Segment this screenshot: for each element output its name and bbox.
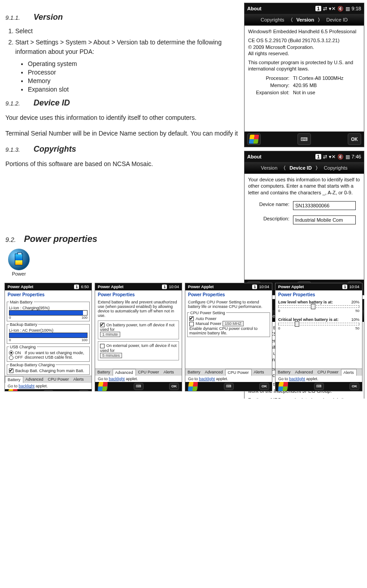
signal-icon: ⇄ <box>323 154 327 160</box>
tab-battery[interactable]: Battery <box>5 376 23 383</box>
tab-cpupower[interactable]: CPU Power <box>315 369 341 376</box>
tab-alerts[interactable]: Alerts <box>252 369 267 376</box>
dropdown-battery-timeout[interactable]: 1 minute <box>100 332 120 337</box>
signal-icon: ⇄ <box>323 6 327 12</box>
tab-right[interactable]: Device ID <box>323 17 351 22</box>
tab-left[interactable]: Version <box>258 165 281 171</box>
goto-line: Go to backlight applet. <box>5 383 92 389</box>
radio-usb-off[interactable] <box>9 355 13 360</box>
chevron-left-icon[interactable]: 〈 <box>281 165 286 171</box>
tab-cpupower[interactable]: CPU Power <box>136 369 162 376</box>
screenshot-power-advanced: Power Applet 110:04 Power Properties Ext… <box>95 283 182 391</box>
check-external-off[interactable] <box>100 344 105 348</box>
start-button[interactable] <box>98 383 108 390</box>
scale-low: 0 <box>278 309 280 313</box>
heading-title: Device ID <box>34 98 70 107</box>
status-number: 1 <box>74 285 79 289</box>
scale-low: 0 <box>278 326 280 330</box>
antenna-icon: ▾✕ <box>329 154 336 160</box>
check-battery-off[interactable] <box>100 323 105 327</box>
window-title: About <box>247 154 262 159</box>
label-low: Low level when battery is at: <box>278 300 333 304</box>
power-icon[interactable]: Power <box>5 249 32 276</box>
slider-low[interactable] <box>278 305 359 308</box>
link-backlight[interactable]: backlight <box>109 377 125 381</box>
legend-backup: Backup Battery <box>9 322 38 327</box>
tabs-row[interactable]: Battery Advanced CPU Power Alerts <box>5 376 92 383</box>
bullet-processor: Processor <box>28 69 242 76</box>
status-number: 1 <box>162 285 167 289</box>
rights-line: All rights reserved. <box>248 50 360 57</box>
heading-deviceid: 9.1.2. Device ID <box>5 98 242 108</box>
tab-battery[interactable]: Battery <box>275 369 293 376</box>
start-button[interactable] <box>8 390 17 391</box>
tab-right[interactable]: Copyrights <box>320 165 351 171</box>
keyboard-button[interactable]: ⌨ <box>224 383 234 390</box>
speaker-icon: 🔇 <box>337 154 344 160</box>
chevron-right-icon[interactable]: 〉 <box>318 17 323 23</box>
chevron-right-icon[interactable]: 〉 <box>315 165 320 171</box>
tab-advanced[interactable]: Advanced <box>23 376 46 383</box>
start-button[interactable] <box>247 133 261 145</box>
label-usb-on: ON <box>15 351 21 355</box>
keyboard-button[interactable]: ⌨ <box>314 383 324 390</box>
keyboard-button[interactable]: ⌨ <box>44 390 53 391</box>
keyboard-button[interactable]: ⌨ <box>297 133 311 145</box>
antenna-icon: ▾✕ <box>329 6 336 12</box>
dropdown-external-timeout[interactable]: 5 minutes <box>100 353 122 358</box>
check-auto-power[interactable] <box>189 316 194 321</box>
tab-advanced[interactable]: Advanced <box>203 369 225 376</box>
usb-note: If you want to set charging mode, discon… <box>25 351 87 360</box>
tab-alerts[interactable]: Alerts <box>341 369 357 376</box>
input-description[interactable]: Industrial Mobile Com <box>293 215 356 224</box>
tab-advanced[interactable]: Advanced <box>293 369 315 376</box>
status-number: 1 <box>342 285 347 289</box>
label-usb-off: OFF <box>15 355 23 360</box>
input-devname[interactable]: SN1333800066 <box>293 201 356 210</box>
tab-strip[interactable]: Version 〈 Device ID 〉 Copyrights <box>245 162 364 174</box>
ok-button[interactable]: OK <box>350 383 359 390</box>
tab-left[interactable]: Copyrights <box>257 17 288 22</box>
tab-battery[interactable]: Battery <box>95 369 113 376</box>
ok-button[interactable]: OK <box>259 383 269 390</box>
version-info-list: Operating system Processor Memory Expans… <box>5 60 242 93</box>
ok-button[interactable]: OK <box>348 133 361 145</box>
tab-cpupower[interactable]: CPU Power <box>225 369 252 376</box>
start-button[interactable] <box>278 383 288 390</box>
protect-line: This computer program is protected by U.… <box>248 59 360 72</box>
heading-number: 9.1.1. <box>5 14 20 21</box>
chevron-left-icon[interactable]: 〈 <box>288 17 293 23</box>
status-number: 1 <box>252 285 257 289</box>
windows-flag-icon <box>8 389 18 391</box>
main-batt-text: Li-Ion : Charging(95%) <box>9 306 87 310</box>
bullet-memory: Memory <box>28 77 242 84</box>
copyright-line: © 2009 Microsoft Corporation. <box>248 44 360 50</box>
tab-alerts[interactable]: Alerts <box>71 376 86 383</box>
scale-low: 0 <box>9 338 11 342</box>
ok-button[interactable]: OK <box>169 383 179 390</box>
heading-title: Version <box>34 13 63 22</box>
heading-number: 9.2. <box>5 236 16 243</box>
ok-button[interactable]: OK <box>79 390 89 391</box>
keyboard-button[interactable]: ⌨ <box>134 383 144 390</box>
heading-version: 9.1.1. Version <box>5 13 242 22</box>
link-backlight[interactable]: backlight <box>19 384 35 388</box>
dropdown-mhz[interactable]: 150 MHZ <box>223 321 244 326</box>
radio-usb-on[interactable] <box>9 351 13 355</box>
check-bkcharge[interactable] <box>9 369 13 373</box>
start-button[interactable] <box>188 383 198 390</box>
link-backlight[interactable]: backlight <box>289 377 306 381</box>
tab-strip[interactable]: Copyrights 〈 Version 〉 Device ID <box>245 14 364 26</box>
link-backlight[interactable]: backlight <box>199 377 215 381</box>
tab-cpupower[interactable]: CPU Power <box>46 376 71 383</box>
tab-battery[interactable]: Battery <box>185 369 203 376</box>
scale-high: 100 <box>82 338 87 342</box>
value-slot: Not in use <box>293 89 315 96</box>
clock: 7:46 <box>352 154 361 159</box>
label-critical: Critical level when battery is at: <box>278 317 339 322</box>
clock: 10:04 <box>169 285 179 289</box>
tab-alerts[interactable]: Alerts <box>162 369 176 376</box>
slider-critical[interactable] <box>278 323 359 325</box>
check-manual-power[interactable] <box>189 322 194 326</box>
tab-advanced[interactable]: Advanced <box>113 369 136 376</box>
